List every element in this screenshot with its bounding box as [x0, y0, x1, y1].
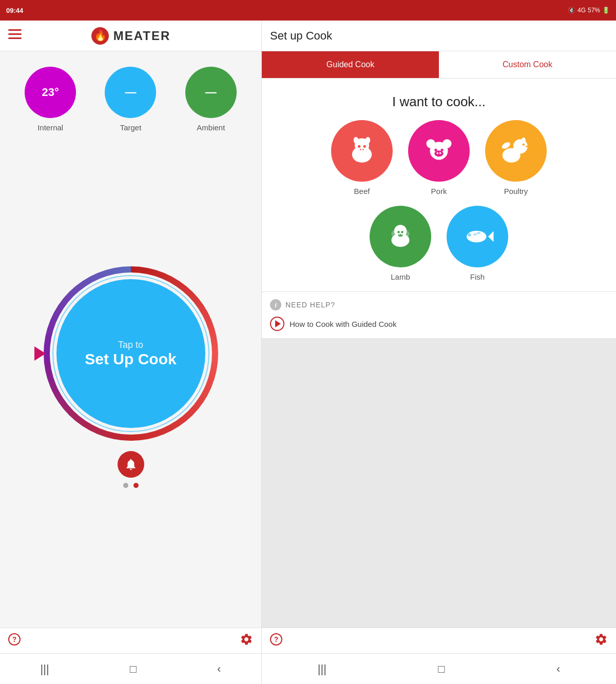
- left-footer-icons: ?: [0, 628, 261, 653]
- svg-point-38: [398, 234, 403, 237]
- cook-tabs: Guided Cook Custom Cook: [262, 51, 616, 79]
- dot-1: [123, 483, 128, 488]
- tab-guided-cook-label: Guided Cook: [326, 60, 374, 69]
- status-time: 09:44: [6, 7, 23, 14]
- brand: 🔥 MEATER: [91, 27, 171, 45]
- right-nav-lines[interactable]: |||: [318, 662, 326, 676]
- cook-ring-container[interactable]: Tap to Set Up Cook: [44, 266, 218, 441]
- help-link[interactable]: How to Cook with Guided Cook: [270, 317, 608, 331]
- brand-logo: 🔥: [91, 27, 109, 45]
- left-nav-back[interactable]: ‹: [217, 662, 221, 676]
- food-item-beef[interactable]: Beef: [331, 120, 393, 196]
- svg-point-26: [503, 148, 521, 163]
- right-footer-icons: ?: [262, 628, 616, 653]
- gray-placeholder: [262, 338, 616, 628]
- brand-name: MEATER: [113, 29, 171, 43]
- tab-custom-cook-label: Custom Cook: [503, 60, 552, 69]
- left-settings-icon[interactable]: [240, 633, 253, 649]
- help-title: NEED HELP?: [285, 301, 335, 309]
- right-nav-back[interactable]: ‹: [556, 662, 560, 676]
- svg-point-16: [362, 149, 364, 150]
- beef-label: Beef: [354, 187, 370, 196]
- food-grid: Beef: [262, 120, 616, 291]
- svg-point-19: [442, 139, 452, 148]
- svg-point-13: [363, 145, 366, 148]
- svg-point-40: [401, 234, 402, 235]
- target-temp-circle: —: [105, 67, 156, 118]
- svg-point-18: [427, 139, 436, 148]
- pork-circle[interactable]: [408, 120, 470, 182]
- svg-point-24: [441, 149, 444, 151]
- cook-area: Tap to Set Up Cook +: [0, 137, 261, 628]
- poultry-label: Poultry: [504, 187, 528, 196]
- arrow-pointer: [34, 346, 46, 361]
- tab-custom-cook[interactable]: Custom Cook: [439, 51, 616, 78]
- lamb-circle[interactable]: [370, 206, 431, 267]
- food-row-2: Lamb: [370, 206, 508, 281]
- right-bottom-nav: ||| □ ‹: [262, 653, 616, 684]
- fish-circle[interactable]: [447, 206, 508, 267]
- help-link-text: How to Cook with Guided Cook: [290, 320, 396, 328]
- status-bar: 09:44 🔇 4G 57% 🔋: [0, 0, 616, 21]
- svg-text:🔥: 🔥: [93, 29, 106, 42]
- left-nav-square[interactable]: □: [130, 662, 137, 676]
- food-item-lamb[interactable]: Lamb: [370, 206, 431, 281]
- svg-point-29: [523, 144, 525, 146]
- svg-point-12: [358, 145, 360, 148]
- svg-rect-2: [8, 37, 22, 39]
- svg-text:?: ?: [274, 635, 279, 643]
- poultry-circle[interactable]: [485, 120, 547, 182]
- left-help-icon[interactable]: ?: [8, 633, 21, 649]
- right-panel: Set up Cook Guided Cook Custom Cook I wa…: [262, 21, 616, 684]
- svg-point-44: [469, 234, 470, 236]
- tap-to-label: Tap to: [118, 340, 143, 350]
- signal-text: 4G: [578, 7, 586, 14]
- left-panel: 🔥 MEATER 23° Internal — Target —: [0, 21, 262, 684]
- svg-point-22: [439, 152, 441, 154]
- internal-temp-value: 23°: [42, 86, 59, 99]
- svg-point-20: [434, 150, 444, 157]
- left-header: 🔥 MEATER: [0, 21, 261, 51]
- food-item-poultry[interactable]: Poultry: [485, 120, 547, 196]
- page-dots: [123, 483, 139, 488]
- ambient-temp-value: —: [205, 86, 217, 99]
- svg-point-41: [467, 231, 487, 243]
- cook-setup-button[interactable]: Tap to Set Up Cook: [56, 279, 205, 428]
- play-button[interactable]: [270, 317, 284, 331]
- battery-icon: 🔋: [602, 7, 610, 14]
- ambient-temp-item: — Ambient: [185, 67, 237, 132]
- play-triangle-icon: [275, 320, 281, 327]
- fish-label: Fish: [470, 272, 485, 281]
- cook-content: I want to cook...: [262, 79, 616, 628]
- target-temp-value: —: [125, 86, 136, 99]
- target-temp-item: — Target: [105, 67, 156, 132]
- target-temp-label: Target: [120, 123, 142, 132]
- left-nav-lines[interactable]: |||: [41, 662, 49, 676]
- dot-2-active: [133, 483, 139, 488]
- ambient-temp-circle: —: [185, 67, 237, 118]
- bell-icon[interactable]: +: [118, 451, 144, 478]
- mute-icon: 🔇: [568, 7, 575, 14]
- tab-guided-cook[interactable]: Guided Cook: [262, 51, 439, 78]
- food-item-pork[interactable]: Pork: [408, 120, 470, 196]
- left-bottom-nav: ||| □ ‹: [0, 653, 261, 684]
- svg-point-39: [399, 234, 400, 235]
- pork-label: Pork: [431, 187, 447, 196]
- right-nav-square[interactable]: □: [438, 662, 445, 676]
- svg-point-15: [360, 149, 361, 150]
- main-panels: 🔥 MEATER 23° Internal — Target —: [0, 21, 616, 684]
- svg-rect-1: [8, 33, 22, 35]
- status-right: 🔇 4G 57% 🔋: [568, 7, 610, 14]
- right-settings-icon[interactable]: [594, 633, 608, 649]
- right-help-icon[interactable]: ?: [270, 633, 282, 649]
- help-info-icon: i: [270, 299, 281, 310]
- beef-circle[interactable]: [331, 120, 393, 182]
- svg-point-21: [437, 152, 439, 154]
- help-header: i NEED HELP?: [270, 299, 608, 310]
- svg-text:+: +: [129, 461, 132, 466]
- menu-icon[interactable]: [8, 29, 22, 43]
- battery-text: 57%: [588, 7, 600, 14]
- right-header-title: Set up Cook: [270, 29, 332, 43]
- food-item-fish[interactable]: Fish: [447, 206, 508, 281]
- food-row-1: Beef: [331, 120, 547, 196]
